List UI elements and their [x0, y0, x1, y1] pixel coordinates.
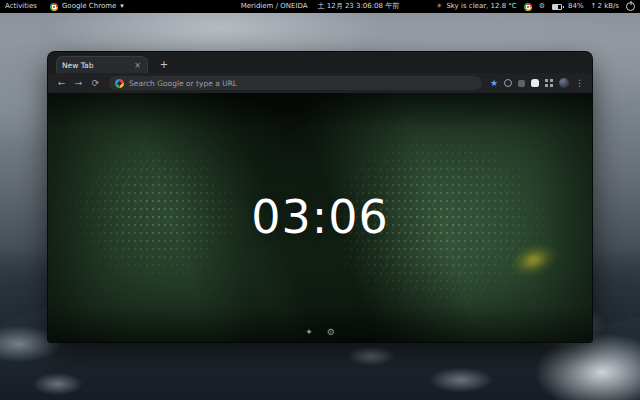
battery-icon: [552, 4, 564, 10]
sun-icon: ☀: [436, 0, 442, 13]
shuffle-background-icon[interactable]: ✦: [305, 328, 313, 337]
back-button[interactable]: ←: [54, 78, 69, 88]
tab-close-icon[interactable]: ×: [133, 61, 142, 70]
tab-strip: New Tab × +: [48, 52, 592, 73]
browser-toolbar: ← → ⟳ ★ ⋮: [48, 73, 592, 93]
network-speed: 2 kB/s: [597, 0, 619, 13]
battery-indicator[interactable]: 84%: [552, 0, 584, 13]
newtab-actions: ✦ ⚙: [48, 328, 592, 337]
chevron-down-icon: ▾: [120, 0, 124, 13]
power-icon[interactable]: [626, 2, 635, 11]
new-tab-button[interactable]: +: [157, 58, 171, 72]
newtab-clock: 03:06: [48, 189, 592, 243]
clock-menu[interactable]: Meridiem / ONEIDA 土 12月 23 3:06:08 午前: [241, 0, 399, 13]
tab-title: New Tab: [62, 61, 133, 70]
app-menu-label: Google Chrome: [62, 0, 116, 13]
browser-window: New Tab × + ← → ⟳ ★ ⋮ 03:06: [48, 52, 592, 342]
weather-label: Sky is clear, 12.8 °C: [446, 0, 516, 13]
forward-button[interactable]: →: [71, 78, 86, 88]
google-logo-icon: [115, 79, 124, 88]
weather-indicator[interactable]: ☀ Sky is clear, 12.8 °C: [436, 0, 517, 13]
new-tab-page: 03:06 ✦ ⚙: [48, 93, 592, 342]
clock-datetime: 土 12月 23 3:06:08 午前: [318, 0, 400, 13]
browser-menu-icon[interactable]: ⋮: [575, 78, 584, 88]
extension-icon-4[interactable]: [545, 79, 553, 87]
extension-icon-2[interactable]: [518, 80, 525, 87]
extension-icon-1[interactable]: [504, 79, 512, 87]
omnibox-input[interactable]: [129, 79, 476, 88]
app-menu[interactable]: Google Chrome ▾: [50, 0, 124, 13]
activities-button[interactable]: Activities: [5, 0, 37, 13]
clock-location: Meridiem / ONEIDA: [241, 0, 308, 13]
extension-icon-3[interactable]: [531, 79, 539, 87]
reload-button[interactable]: ⟳: [88, 78, 103, 88]
omnibox[interactable]: [109, 76, 482, 90]
chrome-app-icon: [50, 3, 58, 11]
gear-icon[interactable]: ⚙: [539, 0, 545, 13]
tab-new-tab[interactable]: New Tab ×: [56, 56, 148, 73]
upload-arrow-icon: ↑: [591, 0, 597, 13]
network-speed-indicator[interactable]: ↑ 2 kB/s: [591, 0, 619, 13]
battery-percent: 84%: [568, 0, 584, 13]
bookmark-star-icon[interactable]: ★: [490, 78, 498, 88]
gnome-top-bar: Activities Google Chrome ▾ Meridiem / ON…: [0, 0, 640, 13]
profile-avatar[interactable]: [559, 78, 569, 88]
settings-gear-icon[interactable]: ⚙: [327, 328, 335, 337]
chrome-tray-icon[interactable]: [524, 3, 532, 11]
